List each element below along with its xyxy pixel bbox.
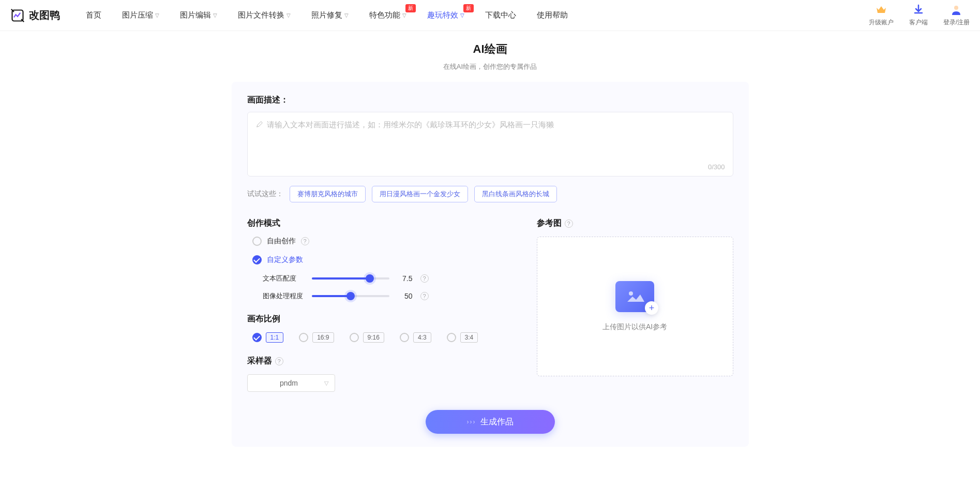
radio-checked-icon bbox=[252, 333, 262, 342]
arrow-icon: ››› bbox=[467, 418, 475, 425]
main-nav: 首页 图片压缩▽ 图片编辑▽ 图片文件转换▽ 照片修复▽ 特色功能▽新 趣玩特效… bbox=[86, 10, 869, 20]
nav-compress[interactable]: 图片压缩▽ bbox=[122, 10, 159, 20]
prompt-label: 画面描述： bbox=[247, 95, 733, 106]
page-subtitle: 在线AI绘画，创作您的专属作品 bbox=[232, 62, 749, 71]
new-badge: 新 bbox=[405, 4, 416, 12]
radio-unchecked-icon bbox=[447, 333, 456, 342]
help-icon[interactable]: ? bbox=[301, 237, 309, 245]
chevron-down-icon: ▽ bbox=[155, 12, 159, 18]
nav-effects[interactable]: 趣玩特效▽新 bbox=[427, 10, 464, 20]
suggestions: 试试这些： 赛博朋克风格的城市 用日漫风格画一个金发少女 黑白线条画风格的长城 bbox=[247, 186, 733, 202]
chevron-down-icon: ▽ bbox=[402, 12, 406, 18]
crown-icon bbox=[875, 4, 887, 16]
login-button[interactable]: 登录/注册 bbox=[943, 4, 970, 27]
page-title: AI绘画 bbox=[232, 41, 749, 57]
plus-icon: + bbox=[645, 301, 658, 315]
radio-unchecked-icon bbox=[252, 237, 262, 246]
svg-point-1 bbox=[954, 6, 958, 10]
help-icon[interactable]: ? bbox=[275, 357, 283, 365]
suggestion-chip[interactable]: 赛博朋克风格的城市 bbox=[290, 186, 366, 202]
chevron-down-icon: ▽ bbox=[324, 380, 328, 387]
suggestion-chip[interactable]: 用日漫风格画一个金发少女 bbox=[372, 186, 468, 202]
header: 改图鸭 首页 图片压缩▽ 图片编辑▽ 图片文件转换▽ 照片修复▽ 特色功能▽新 … bbox=[0, 0, 980, 31]
image-process-slider[interactable] bbox=[312, 295, 389, 297]
upload-text: 上传图片以供AI参考 bbox=[602, 322, 667, 332]
chevron-down-icon: ▽ bbox=[287, 12, 291, 18]
svg-point-2 bbox=[629, 291, 633, 296]
radio-unchecked-icon bbox=[400, 333, 409, 342]
upload-box[interactable]: + 上传图片以供AI参考 bbox=[537, 237, 733, 376]
mode-label: 创作模式 bbox=[247, 218, 280, 229]
ratio-16-9[interactable]: 16:9 bbox=[299, 332, 334, 343]
chevron-down-icon: ▽ bbox=[213, 12, 217, 18]
nav-convert[interactable]: 图片文件转换▽ bbox=[238, 10, 291, 20]
sampler-select[interactable]: pndm ▽ bbox=[247, 374, 335, 392]
ratio-1-1[interactable]: 1:1 bbox=[252, 332, 284, 343]
pencil-icon bbox=[255, 120, 264, 130]
help-icon[interactable]: ? bbox=[420, 292, 429, 300]
radio-unchecked-icon bbox=[350, 333, 359, 342]
nav-edit[interactable]: 图片编辑▽ bbox=[180, 10, 217, 20]
nav-home[interactable]: 首页 bbox=[86, 10, 101, 20]
try-label: 试试这些： bbox=[247, 189, 283, 199]
slider-text-match: 文本匹配度 7.5 ? bbox=[263, 274, 506, 283]
help-icon[interactable]: ? bbox=[565, 219, 573, 228]
upload-icon-wrap: + bbox=[615, 281, 654, 312]
ratio-9-16[interactable]: 9:16 bbox=[350, 332, 384, 343]
slider-image-process: 图像处理程度 50 ? bbox=[263, 291, 506, 301]
nav-help[interactable]: 使用帮助 bbox=[537, 10, 568, 20]
download-icon bbox=[912, 4, 925, 16]
ratio-4-3[interactable]: 4:3 bbox=[400, 332, 431, 343]
text-match-slider[interactable] bbox=[312, 277, 389, 280]
title-section: AI绘画 在线AI绘画，创作您的专属作品 bbox=[232, 41, 749, 71]
client-button[interactable]: 客户端 bbox=[909, 4, 928, 27]
chevron-down-icon: ▽ bbox=[460, 12, 464, 18]
canvas-label: 画布比例 bbox=[247, 314, 280, 325]
chevron-down-icon: ▽ bbox=[344, 12, 349, 18]
generate-button[interactable]: ››› 生成作品 bbox=[426, 410, 555, 434]
ratio-3-4[interactable]: 3:4 bbox=[447, 332, 478, 343]
logo-text: 改图鸭 bbox=[29, 8, 60, 22]
nav-download[interactable]: 下载中心 bbox=[485, 10, 516, 20]
panel: 画面描述： 0/300 试试这些： 赛博朋克风格的城市 用日漫风格画一个金发少女… bbox=[232, 82, 749, 447]
char-counter: 0/300 bbox=[708, 163, 725, 171]
radio-unchecked-icon bbox=[299, 333, 308, 342]
logo[interactable]: 改图鸭 bbox=[10, 8, 60, 23]
new-badge: 新 bbox=[463, 4, 474, 12]
help-icon[interactable]: ? bbox=[420, 274, 429, 283]
reference-label: 参考图 bbox=[537, 218, 562, 229]
header-actions: 升级账户 客户端 登录/注册 bbox=[869, 4, 970, 27]
main-content: AI绘画 在线AI绘画，创作您的专属作品 画面描述： 0/300 试试这些： 赛… bbox=[232, 31, 749, 447]
sampler-label: 采样器 bbox=[247, 356, 272, 366]
mode-free[interactable]: 自由创作 ? bbox=[252, 237, 506, 246]
prompt-box[interactable]: 0/300 bbox=[247, 112, 733, 177]
nav-features[interactable]: 特色功能▽新 bbox=[369, 10, 406, 20]
suggestion-chip[interactable]: 黑白线条画风格的长城 bbox=[474, 186, 557, 202]
logo-icon bbox=[10, 8, 25, 23]
ratio-row: 1:1 16:9 9:16 4:3 bbox=[252, 332, 506, 343]
user-icon bbox=[950, 4, 962, 16]
radio-checked-icon bbox=[252, 255, 262, 264]
nav-restore[interactable]: 照片修复▽ bbox=[311, 10, 349, 20]
upgrade-button[interactable]: 升级账户 bbox=[869, 4, 894, 27]
mode-custom[interactable]: 自定义参数 bbox=[252, 255, 506, 264]
prompt-input[interactable] bbox=[267, 120, 725, 157]
